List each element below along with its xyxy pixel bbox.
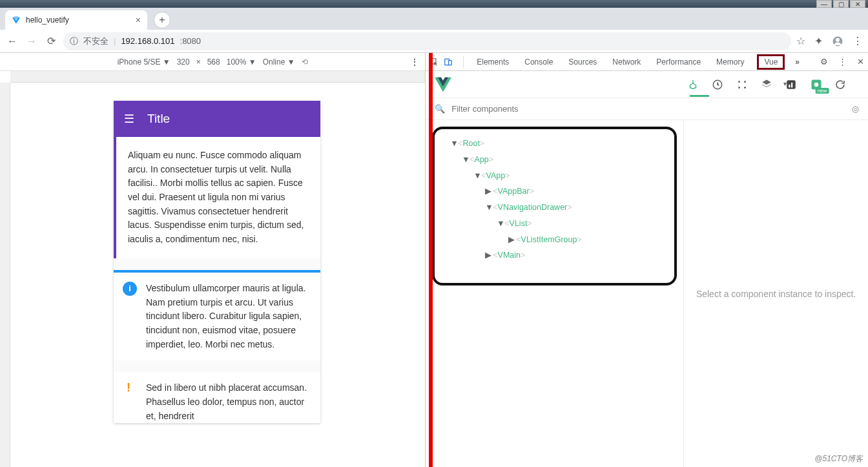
card-warning: ! Sed in libero ut nibh placerat accumsa…	[114, 372, 320, 423]
devtools-close-icon[interactable]: ✕	[857, 57, 864, 67]
tab-network[interactable]: Network	[610, 57, 643, 67]
tab-elements[interactable]: Elements	[474, 57, 512, 67]
component-tree[interactable]: ▼<Root> ▼<App> ▼<VApp> ▶<VAppBar> ▼<VNav…	[439, 136, 670, 264]
device-select[interactable]: iPhone 5/SE ▼	[118, 57, 170, 67]
device-preview-panel: iPhone 5/SE ▼ 320 × 568 100% ▼ Online ▼ …	[0, 53, 426, 467]
os-titlebar: — ▢ ✕	[0, 0, 868, 8]
svg-rect-4	[449, 60, 452, 65]
vue-devtools-toolbar: ▾ new	[426, 71, 868, 98]
routes-tool-icon[interactable]	[736, 79, 761, 90]
tab-close-icon[interactable]: ×	[136, 15, 141, 25]
svg-rect-11	[789, 85, 790, 88]
devtools-panel: Elements Console Sources Network Perform…	[426, 53, 868, 467]
browser-menu-icon[interactable]: ⋮	[852, 35, 863, 47]
svg-point-14	[814, 82, 819, 87]
svg-point-8	[738, 87, 740, 88]
watermark: @51CTO博客	[814, 453, 863, 464]
ruler-top	[10, 71, 425, 83]
tabs-overflow-icon[interactable]: »	[795, 57, 800, 67]
perf-tool-icon[interactable]	[785, 79, 810, 90]
tab-memory[interactable]: Memory	[714, 57, 747, 67]
svg-rect-12	[791, 83, 792, 88]
devtools-menu-icon[interactable]: ⋮	[838, 57, 847, 67]
refresh-tool-icon[interactable]	[834, 79, 859, 90]
forward-button[interactable]: →	[25, 36, 39, 47]
site-info-icon[interactable]: ⓘ	[70, 36, 78, 47]
info-icon: i	[123, 282, 137, 296]
components-tool-icon[interactable]	[687, 79, 712, 90]
rotate-icon[interactable]: ⟲	[302, 57, 308, 67]
component-search-bar: 🔍 ◎	[426, 98, 868, 120]
component-detail-pane: Select a component instance to inspect.	[684, 120, 868, 467]
device-toolbar: iPhone 5/SE ▼ 320 × 568 100% ▼ Online ▼ …	[0, 53, 425, 71]
network-select[interactable]: Online ▼	[263, 57, 295, 67]
vuetify-favicon	[12, 16, 21, 25]
browser-tabstrip: hello_vuetify × +	[0, 8, 868, 30]
bookmark-star-icon[interactable]: ☆	[796, 35, 805, 47]
card-primary: Aliquam eu nunc. Fusce commodo aliquam a…	[114, 137, 320, 258]
new-tab-button[interactable]: +	[154, 12, 170, 28]
preview-canvas: ☰ Title Aliquam eu nunc. Fusce commodo a…	[0, 71, 425, 467]
app-bar-title: Title	[147, 112, 170, 126]
store-tool-icon[interactable]: ▾	[761, 79, 785, 90]
main-split: iPhone 5/SE ▼ 320 × 568 100% ▼ Online ▼ …	[0, 53, 868, 467]
devtools-tabbar: Elements Console Sources Network Perform…	[426, 53, 868, 71]
component-filter-input[interactable]	[451, 104, 845, 114]
tab-sources[interactable]: Sources	[566, 57, 599, 67]
card-info-text: Vestibulum ullamcorper mauris at ligula.…	[146, 282, 311, 351]
vue-devtools-main: ▼<Root> ▼<App> ▼<VApp> ▶<VAppBar> ▼<VNav…	[426, 120, 868, 467]
new-badge: new	[816, 88, 829, 94]
app-bar: ☰ Title	[114, 101, 320, 137]
svg-point-7	[744, 81, 746, 83]
address-port: :8080	[180, 36, 202, 46]
device-sep: ×	[196, 57, 201, 67]
tab-vue[interactable]: Vue	[757, 54, 785, 70]
zoom-select[interactable]: 100% ▼	[227, 57, 256, 67]
reload-button[interactable]: ⟳	[44, 35, 58, 47]
window-minimize-button[interactable]: —	[816, 0, 832, 8]
tab-performance[interactable]: Performance	[654, 57, 703, 67]
card-info: i Vestibulum ullamcorper mauris at ligul…	[114, 270, 320, 360]
settings-tool-icon[interactable]: new	[810, 78, 834, 91]
annotation-box: ▼<Root> ▼<App> ▼<VApp> ▶<VAppBar> ▼<VNav…	[432, 127, 677, 285]
profile-icon[interactable]	[832, 36, 843, 47]
detail-empty-text: Select a component instance to inspect.	[696, 289, 856, 299]
extensions-icon[interactable]: ✦	[814, 35, 823, 47]
hamburger-icon[interactable]: ☰	[124, 112, 134, 126]
svg-point-1	[836, 37, 840, 41]
address-bar[interactable]: ⓘ 不安全 | 192.168.0.101:8080	[63, 32, 791, 50]
annotation-divider	[429, 53, 433, 467]
warning-icon: !	[127, 381, 129, 393]
window-close-button[interactable]: ✕	[850, 0, 865, 8]
search-icon: 🔍	[435, 104, 445, 114]
select-target-icon[interactable]: ◎	[852, 104, 859, 114]
device-toolbar-menu-icon[interactable]: ⋮	[411, 57, 418, 67]
window-maximize-button[interactable]: ▢	[833, 0, 849, 8]
back-button[interactable]: ←	[5, 36, 19, 47]
toggle-device-icon[interactable]	[444, 57, 453, 67]
address-bar-row: ← → ⟳ ⓘ 不安全 | 192.168.0.101:8080 ☆ ✦ ⋮	[0, 30, 868, 53]
svg-point-9	[744, 87, 746, 88]
device-height[interactable]: 568	[207, 57, 220, 67]
address-url: 192.168.0.101	[121, 36, 174, 46]
vue-logo-icon	[435, 76, 451, 93]
svg-point-6	[738, 81, 740, 83]
timeline-tool-icon[interactable]	[712, 79, 736, 90]
browser-tab[interactable]: hello_vuetify ×	[5, 10, 147, 30]
card-warning-text: Sed in libero ut nibh placerat accumsan.…	[146, 381, 311, 423]
security-label: 不安全	[83, 36, 108, 47]
tab-console[interactable]: Console	[522, 57, 555, 67]
device-frame: ☰ Title Aliquam eu nunc. Fusce commodo a…	[114, 101, 320, 423]
ruler-left	[0, 83, 10, 467]
devtools-settings-icon[interactable]: ⚙	[820, 57, 828, 67]
browser-tab-title: hello_vuetify	[26, 16, 69, 25]
component-tree-pane: ▼<Root> ▼<App> ▼<VApp> ▶<VAppBar> ▼<VNav…	[426, 120, 684, 467]
device-width[interactable]: 320	[177, 57, 190, 67]
